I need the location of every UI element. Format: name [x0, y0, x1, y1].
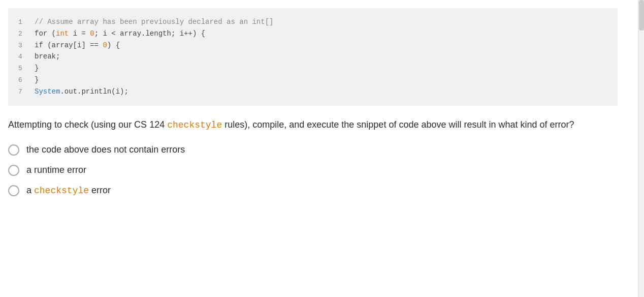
code-line: 3 if (array[i] == 0) {: [18, 40, 607, 51]
code-text: break;: [35, 51, 60, 62]
code-block: 1// Assume array has been previously dec…: [8, 8, 618, 106]
option-label: a runtime error: [26, 165, 86, 175]
options-container: the code above does not contain errorsa …: [8, 144, 618, 196]
option-item[interactable]: a runtime error: [8, 165, 618, 176]
radio-button[interactable]: [8, 144, 19, 156]
code-text: // Assume array has been previously decl…: [35, 16, 273, 27]
line-number: 2: [18, 29, 28, 40]
code-line: 6}: [18, 74, 607, 86]
line-number: 1: [18, 17, 28, 28]
option-label: a checkstyle error: [26, 185, 111, 196]
option-item[interactable]: the code above does not contain errors: [8, 144, 618, 156]
line-number: 4: [18, 52, 28, 63]
scrollbar-thumb[interactable]: [639, 0, 644, 31]
main-container: 1// Assume array has been previously dec…: [0, 0, 630, 209]
line-number: 3: [18, 41, 28, 51]
radio-button[interactable]: [8, 165, 19, 176]
code-line: 1// Assume array has been previously dec…: [18, 16, 607, 28]
code-text: }: [35, 63, 39, 74]
line-number: 6: [18, 75, 28, 86]
option-item[interactable]: a checkstyle error: [8, 185, 618, 196]
code-line: 7System.out.println(i);: [18, 86, 607, 98]
code-line: 2for (int i = 0; i < array.length; i++) …: [18, 28, 607, 40]
radio-button[interactable]: [8, 185, 19, 196]
code-text: if (array[i] == 0) {: [35, 40, 120, 51]
line-number: 5: [18, 64, 28, 74]
line-number: 7: [18, 87, 28, 98]
code-text: System.out.println(i);: [35, 86, 128, 97]
option-label: the code above does not contain errors: [26, 144, 185, 155]
code-line: 4 break;: [18, 51, 607, 63]
code-line: 5 }: [18, 63, 607, 74]
code-text: }: [35, 74, 39, 85]
code-text: for (int i = 0; i < array.length; i++) {: [35, 28, 205, 39]
scrollbar-area[interactable]: [638, 0, 644, 297]
question-text: Attempting to check (using our CS 124 ch…: [8, 118, 618, 132]
